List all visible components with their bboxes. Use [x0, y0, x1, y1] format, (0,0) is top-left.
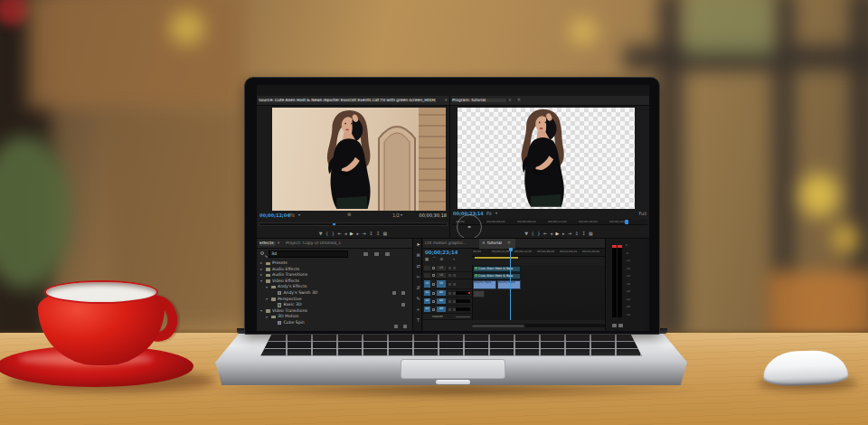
scrollbar-thumb[interactable] — [472, 325, 524, 327]
tree-item-perspective[interactable]: ▾Perspective — [259, 297, 410, 303]
program-panel-menu-icon[interactable]: ≡ — [517, 99, 521, 103]
tree-item-presets[interactable]: ▸Presets — [259, 260, 410, 267]
tutorial-tab-close-icon[interactable]: × — [482, 241, 486, 246]
twisty-icon[interactable]: ▾ — [260, 279, 264, 283]
clip-v1-segment-2[interactable]: HD(H).mp4 — [497, 280, 522, 289]
program-zoom-dropdown-icon[interactable]: ▾ — [495, 212, 497, 215]
timeline-menu-icon[interactable]: ≡ — [507, 241, 511, 246]
source-patch-box[interactable] — [424, 266, 430, 270]
tree-item-basic-3d[interactable]: Basic 3D — [259, 302, 410, 308]
tab-project[interactable]: Project: Copy of Untitled_1 — [286, 241, 394, 246]
track-name[interactable]: V2 — [437, 273, 446, 278]
track-name[interactable]: A2 — [437, 298, 446, 304]
mute-track-icon[interactable] — [448, 300, 451, 303]
track-lock-icon[interactable] — [453, 283, 456, 286]
timeline-search-icon[interactable]: ⌖ — [453, 258, 455, 264]
source-settings-icon[interactable]: ⚙ — [347, 212, 351, 217]
clip-v1-segment-1[interactable]: HD(H).mp4 — [473, 280, 496, 289]
track-header-a1[interactable]: A1 A1 — [423, 289, 472, 298]
program-playhead-marker[interactable] — [625, 220, 628, 224]
lift-icon[interactable]: ↥ — [575, 231, 579, 236]
source-resolution-select[interactable]: 1/2 — [392, 213, 400, 218]
lock-icon[interactable] — [432, 274, 435, 277]
source-patch-box[interactable] — [424, 273, 430, 278]
new-custom-bin-icon[interactable] — [394, 325, 399, 328]
twisty-icon[interactable]: ▸ — [260, 261, 264, 265]
program-quality-select[interactable]: Full — [638, 212, 646, 216]
add-marker-icon[interactable]: ◦ — [447, 258, 449, 264]
work-area-bar[interactable] — [475, 257, 518, 259]
lock-icon[interactable] — [432, 300, 435, 303]
twisty-icon[interactable]: ▸ — [260, 268, 264, 271]
razor-tool-icon[interactable]: ✂ — [413, 275, 423, 279]
tab-tutorial-label[interactable]: tutorial — [487, 241, 507, 245]
program-tab-close-icon[interactable]: × — [508, 99, 512, 103]
32bit-effects-filter-icon[interactable] — [374, 252, 379, 256]
snap-icon[interactable]: ⌒ — [432, 258, 436, 264]
play-icon[interactable]: ▶ — [556, 231, 560, 236]
track-header-master[interactable]: Master — [423, 314, 472, 320]
ripple-edit-tool-icon[interactable]: ⇄ — [413, 264, 423, 269]
mute-track-icon[interactable] — [448, 308, 451, 311]
tree-item-3d-motion[interactable]: ▾3D Motion — [259, 314, 410, 320]
source-patch-box[interactable]: V1 — [424, 280, 430, 288]
track-header-v1[interactable]: V1 V1 — [423, 279, 472, 289]
track-lock-icon[interactable] — [453, 274, 456, 277]
lock-icon[interactable] — [432, 308, 435, 311]
source-resolution-dropdown-icon[interactable]: ▾ — [401, 213, 402, 217]
tree-item-cube-spin[interactable]: Cube Spin — [259, 320, 410, 326]
tab-motion-graphics[interactable]: (20 motion graphic... — [425, 241, 477, 245]
clip-a1[interactable] — [473, 290, 485, 298]
source-patch-box[interactable]: A1 — [424, 290, 430, 296]
step-back-icon[interactable]: ◂ — [551, 231, 553, 236]
type-tool-icon[interactable]: T — [413, 318, 423, 323]
track-name[interactable]: A1 — [437, 290, 446, 296]
tree-item-audio-transitions[interactable]: ▸Audio Transitions — [259, 272, 410, 279]
insert-icon[interactable]: ↥ — [369, 231, 373, 236]
source-zoom-dropdown-icon[interactable]: ▾ — [298, 213, 300, 217]
mark-in-icon[interactable]: { — [326, 231, 328, 236]
timeline-playhead-head[interactable] — [509, 248, 513, 251]
selection-tool-icon[interactable]: ➤ — [413, 242, 423, 247]
twisty-icon[interactable]: ▾ — [260, 309, 264, 313]
go-to-in-icon[interactable]: ⇤ — [337, 231, 341, 236]
clip-v2[interactable]: Cute Alien Host & New — [473, 273, 521, 279]
track-name[interactable]: V3 — [437, 266, 446, 270]
mark-out-icon[interactable]: } — [332, 231, 335, 236]
twisty-icon[interactable]: ▾ — [266, 316, 269, 319]
program-monitor-tab[interactable]: Program: tutorial — [452, 99, 506, 102]
go-to-out-icon[interactable]: ⇥ — [362, 231, 365, 236]
track-lock-icon[interactable] — [453, 267, 456, 269]
track-select-tool-icon[interactable]: ⊞ — [413, 253, 423, 258]
source-scrubber[interactable] — [259, 222, 448, 226]
toggle-track-output-icon[interactable] — [448, 274, 451, 277]
toggle-track-output-icon[interactable] — [448, 267, 451, 269]
tree-item-andys-effects[interactable]: ▾Andy's Effects — [259, 284, 410, 290]
delete-custom-item-icon[interactable] — [403, 325, 408, 328]
add-marker-icon[interactable]: ▼ — [319, 231, 323, 236]
timeline-lanes[interactable]: Cute Alien Host & New Cute Alien Host & … — [472, 265, 605, 320]
track-header-a3[interactable]: A3 A3 — [423, 306, 472, 314]
track-header-a2[interactable]: A2 A2 — [423, 298, 472, 306]
tree-item-video-effects[interactable]: ▾Video Effects — [259, 279, 410, 285]
add-marker-icon[interactable]: ▼ — [524, 231, 528, 236]
effects-search-input[interactable] — [269, 250, 348, 258]
yuv-effects-filter-icon[interactable] — [385, 252, 390, 256]
master-fader[interactable] — [456, 316, 470, 317]
overwrite-icon[interactable]: ↧ — [376, 231, 380, 236]
mark-in-icon[interactable]: { — [532, 231, 534, 236]
track-header-v2[interactable]: V2 — [423, 272, 472, 279]
source-monitor-tab[interactable]: Source: Cute Alien Host & News reporter … — [259, 99, 436, 102]
source-tab-close-icon[interactable]: × — [444, 99, 448, 103]
export-frame-icon[interactable]: ▦ — [383, 231, 388, 236]
timeline-scrollbar[interactable] — [472, 324, 605, 327]
source-playhead[interactable] — [333, 223, 335, 225]
tree-item-andys-swish-3d[interactable]: Andy's Swish 3D — [259, 290, 410, 297]
play-icon[interactable]: ▶ — [350, 231, 354, 236]
linked-selection-icon[interactable]: ⊞ — [440, 258, 444, 264]
twisty-icon[interactable]: ▾ — [266, 298, 269, 301]
clip-v3[interactable]: Cute Alien Host & New — [473, 266, 521, 272]
track-header-v3[interactable]: V3 — [423, 265, 472, 272]
source-zoom-select[interactable]: Fit — [289, 213, 295, 218]
program-zoom-select[interactable]: Fit — [486, 212, 492, 216]
